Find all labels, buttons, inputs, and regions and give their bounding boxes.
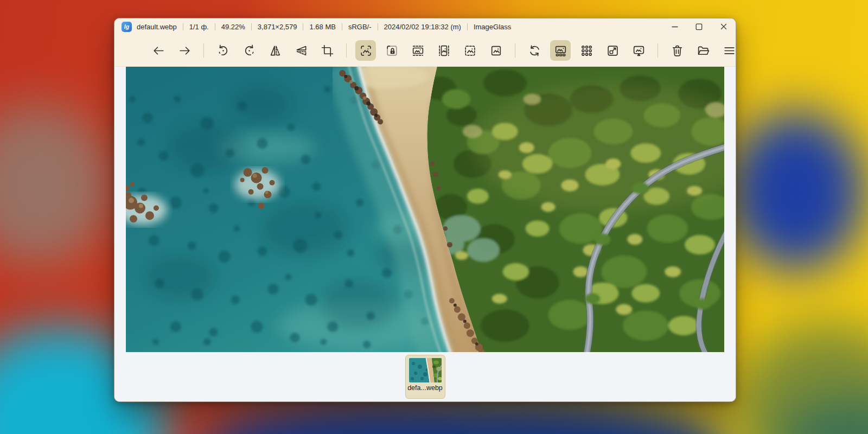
titlebar-separator xyxy=(467,23,468,30)
rotate-right-button[interactable] xyxy=(239,40,259,61)
delete-image-button[interactable] xyxy=(667,40,687,61)
titlebar-app-name: ImageGlass xyxy=(474,23,511,31)
auto-zoom-button[interactable] xyxy=(355,40,376,61)
titlebar: Ig default.webp 1/1 ф. 49.22% 3,871×2,57… xyxy=(114,18,736,35)
scale-to-fill-button[interactable] xyxy=(486,40,506,61)
toolbar-separator xyxy=(346,43,347,58)
slideshow-button[interactable] xyxy=(628,40,649,61)
maximize-button[interactable] xyxy=(687,18,711,35)
hamburger-menu-icon xyxy=(723,44,736,58)
titlebar-color-profile: sRGB/- xyxy=(348,23,372,31)
close-icon xyxy=(720,23,727,30)
toolbar-separator xyxy=(203,43,204,58)
minimize-icon xyxy=(672,23,678,30)
slideshow-icon xyxy=(632,44,646,58)
titlebar-separator xyxy=(342,23,342,30)
titlebar-zoom-level: 49.22% xyxy=(221,23,245,31)
titlebar-index: 1/1 ф. xyxy=(189,23,209,31)
open-file-button[interactable] xyxy=(693,40,713,61)
rotate-left-button[interactable] xyxy=(213,40,233,61)
imageglass-window: Ig default.webp 1/1 ф. 49.22% 3,871×2,57… xyxy=(114,18,736,402)
main-menu-button[interactable] xyxy=(719,40,736,61)
toolbar xyxy=(114,35,736,67)
scale-to-height-icon xyxy=(437,44,451,58)
scale-to-width-button[interactable] xyxy=(407,40,428,61)
view-actual-size-button[interactable] xyxy=(602,40,623,61)
main-photo-canvas[interactable] xyxy=(126,67,724,352)
scale-to-height-button[interactable] xyxy=(433,40,454,61)
toggle-gallery-button[interactable] xyxy=(550,40,571,61)
thumbnail-selected[interactable]: defa...webp xyxy=(405,355,445,399)
titlebar-separator xyxy=(251,23,252,30)
minimize-button[interactable] xyxy=(662,18,687,35)
crop-button[interactable] xyxy=(317,40,337,61)
thumbnail-gallery-bar: defa...webp xyxy=(114,352,736,401)
close-button[interactable] xyxy=(711,18,736,35)
actual-size-icon xyxy=(606,44,620,58)
titlebar-modified-date: 2024/02/02 19:18:32 (m) xyxy=(384,23,461,31)
auto-zoom-icon xyxy=(359,44,373,58)
refresh-icon xyxy=(528,44,541,58)
grid-dots-icon xyxy=(580,44,593,58)
scale-to-width-icon xyxy=(411,44,425,58)
thumbnail-label: defa...webp xyxy=(407,384,443,392)
titlebar-dimensions: 3,871×2,579 xyxy=(258,23,297,31)
titlebar-file-size: 1.68 MB xyxy=(309,23,335,31)
scale-to-fill-icon xyxy=(489,44,503,58)
folder-open-icon xyxy=(697,44,710,58)
scale-to-fit-icon xyxy=(463,44,477,58)
flip-vertical-icon xyxy=(295,44,308,58)
trash-icon xyxy=(671,44,684,58)
arrow-left-icon xyxy=(152,44,165,58)
lock-icon xyxy=(385,44,399,58)
toolbar-separator xyxy=(515,43,515,58)
wallpaper-navy-blob xyxy=(727,111,865,271)
gallery-icon xyxy=(554,44,567,58)
lock-zoom-ratio-button[interactable] xyxy=(381,40,402,61)
titlebar-separator xyxy=(215,23,215,30)
scale-to-fit-button[interactable] xyxy=(459,40,480,61)
flip-horizontal-icon xyxy=(269,44,282,58)
next-image-button[interactable] xyxy=(174,40,195,61)
arrow-right-icon xyxy=(178,44,192,58)
rotate-left-icon xyxy=(216,44,230,58)
flip-vertical-button[interactable] xyxy=(291,40,311,61)
checkerboard-background-button[interactable] xyxy=(576,40,597,61)
titlebar-separator xyxy=(183,23,183,30)
wallpaper-gray-blob xyxy=(0,103,114,266)
rotate-right-icon xyxy=(242,44,256,58)
window-controls xyxy=(662,18,736,35)
image-viewer xyxy=(114,67,736,352)
crop-icon xyxy=(321,44,334,58)
refresh-button[interactable] xyxy=(524,40,545,61)
flip-horizontal-button[interactable] xyxy=(265,40,285,61)
titlebar-separator xyxy=(378,23,378,30)
titlebar-filename: default.webp xyxy=(137,23,177,31)
app-logo-icon: Ig xyxy=(122,22,132,32)
maximize-icon xyxy=(695,23,703,30)
titlebar-separator xyxy=(303,23,303,30)
thumbnail-image xyxy=(409,358,442,382)
toolbar-separator xyxy=(658,43,658,58)
previous-image-button[interactable] xyxy=(148,40,169,61)
